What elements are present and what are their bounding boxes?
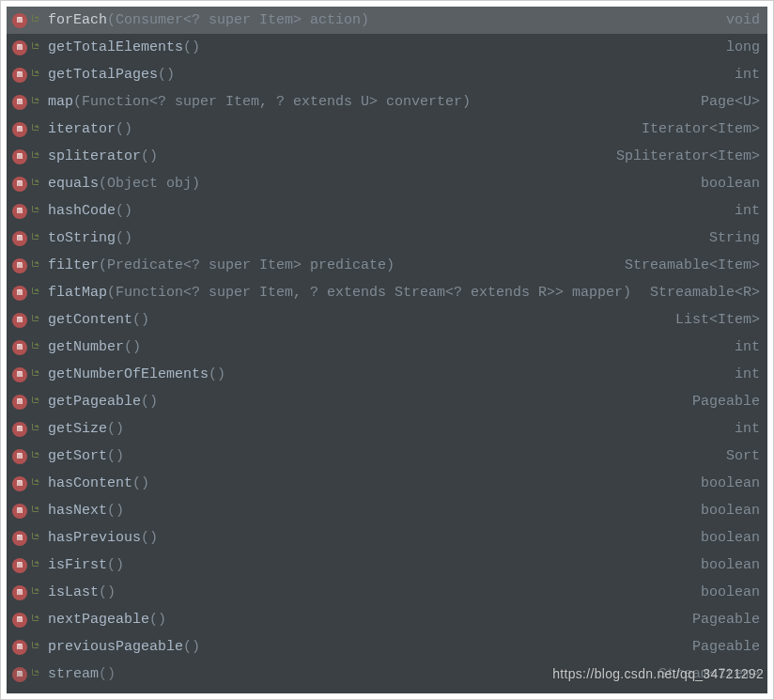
- method-name: getSize: [48, 415, 107, 443]
- method-params: (): [209, 361, 225, 388]
- return-type: Pageable: [692, 633, 760, 661]
- completion-list: mforEach(Consumer<? super Item> action)v…: [7, 7, 767, 688]
- completion-item[interactable]: mhasNext()boolean: [7, 497, 767, 524]
- inherited-icon: [29, 395, 42, 410]
- method-icon: m: [12, 585, 27, 600]
- return-type: boolean: [701, 579, 760, 606]
- method-params: (): [132, 470, 149, 497]
- method-icon: m: [12, 68, 27, 83]
- completion-item[interactable]: mgetContent()List<Item>: [7, 306, 767, 334]
- method-icon: m: [12, 177, 27, 192]
- method-icon: m: [12, 149, 27, 164]
- completion-item[interactable]: misFirst()boolean: [7, 552, 767, 579]
- return-type: Spliterator<Item>: [616, 143, 760, 170]
- method-name: isFirst: [48, 552, 107, 579]
- completion-item[interactable]: mgetSize()int: [7, 415, 767, 443]
- method-name: getSort: [48, 443, 107, 470]
- method-icon: m: [12, 395, 27, 410]
- return-type: int: [735, 61, 760, 88]
- inherited-icon: [29, 422, 42, 437]
- method-params: (Object obj): [99, 170, 200, 197]
- method-name: getNumberOfElements: [48, 361, 209, 388]
- inherited-icon: [29, 613, 42, 628]
- method-name: isLast: [48, 579, 99, 606]
- method-params: (): [149, 606, 166, 633]
- completion-item[interactable]: mforEach(Consumer<? super Item> action)v…: [7, 7, 767, 34]
- method-name: hasPrevious: [48, 524, 141, 552]
- completion-item[interactable]: mhasPrevious()boolean: [7, 524, 767, 552]
- inherited-icon: [29, 177, 42, 192]
- inherited-icon: [29, 204, 42, 219]
- return-type: void: [726, 7, 760, 34]
- completion-item[interactable]: misLast()boolean: [7, 579, 767, 606]
- completion-item[interactable]: mnextPageable()Pageable: [7, 606, 767, 633]
- method-name: stream: [48, 661, 99, 688]
- method-icon: m: [12, 204, 27, 219]
- method-icon: m: [12, 286, 27, 301]
- return-type: Sort: [726, 443, 760, 470]
- inherited-icon: [29, 504, 42, 519]
- method-icon: m: [12, 667, 27, 682]
- completion-item[interactable]: miterator()Iterator<Item>: [7, 116, 767, 143]
- return-type: boolean: [701, 470, 760, 497]
- return-type: boolean: [701, 170, 760, 197]
- completion-item[interactable]: mgetTotalElements()long: [7, 34, 767, 61]
- inherited-icon: [29, 313, 42, 328]
- completion-item[interactable]: mhashCode()int: [7, 197, 767, 225]
- completion-item[interactable]: mgetSort()Sort: [7, 443, 767, 470]
- method-name: getNumber: [48, 334, 124, 361]
- inherited-icon: [29, 95, 42, 110]
- completion-item[interactable]: mmap(Function<? super Item, ? extends U>…: [7, 88, 767, 116]
- method-name: nextPageable: [48, 606, 149, 633]
- inherited-icon: [29, 558, 42, 573]
- method-name: hashCode: [48, 197, 116, 225]
- completion-item[interactable]: mstream()Stream<Item>: [7, 661, 767, 688]
- inherited-icon: [29, 476, 42, 491]
- completion-item[interactable]: mfilter(Predicate<? super Item> predicat…: [7, 252, 767, 279]
- method-params: (): [107, 443, 124, 470]
- code-completion-popup[interactable]: { "watermark": "https://blog.csdn.net/qq…: [7, 7, 767, 693]
- method-params: (): [183, 34, 200, 61]
- inherited-icon: [29, 40, 42, 55]
- method-name: spliterator: [48, 143, 141, 170]
- completion-item[interactable]: mpreviousPageable()Pageable: [7, 633, 767, 661]
- inherited-icon: [29, 531, 42, 546]
- method-icon: m: [12, 531, 27, 546]
- method-icon: m: [12, 13, 27, 28]
- method-icon: m: [12, 340, 27, 355]
- method-params: (): [141, 524, 158, 552]
- method-params: (): [99, 579, 116, 606]
- completion-item[interactable]: mtoString()String: [7, 225, 767, 252]
- method-name: getContent: [48, 306, 132, 334]
- completion-item[interactable]: mgetNumber()int: [7, 334, 767, 361]
- method-icon: m: [12, 40, 27, 55]
- return-type: int: [735, 415, 760, 443]
- completion-item[interactable]: mgetPageable()Pageable: [7, 388, 767, 415]
- return-type: int: [735, 197, 760, 225]
- inherited-icon: [29, 640, 42, 655]
- method-icon: m: [12, 122, 27, 137]
- method-params: (): [158, 61, 175, 88]
- inherited-icon: [29, 149, 42, 164]
- return-type: String: [709, 225, 760, 252]
- method-icon: m: [12, 95, 27, 110]
- completion-item[interactable]: mequals(Object obj)boolean: [7, 170, 767, 197]
- method-name: hasNext: [48, 497, 107, 524]
- method-params: (Function<? super Item, ? extends U> con…: [73, 88, 471, 116]
- completion-item[interactable]: mgetNumberOfElements()int: [7, 361, 767, 388]
- method-name: forEach: [48, 7, 107, 34]
- method-params: (): [116, 116, 132, 143]
- completion-item[interactable]: mgetTotalPages()int: [7, 61, 767, 88]
- completion-item[interactable]: mflatMap(Function<? super Item, ? extend…: [7, 279, 767, 306]
- completion-item[interactable]: mspliterator()Spliterator<Item>: [7, 143, 767, 170]
- method-params: (Function<? super Item, ? extends Stream…: [107, 279, 631, 306]
- method-icon: m: [12, 231, 27, 246]
- completion-item[interactable]: mhasContent()boolean: [7, 470, 767, 497]
- inherited-icon: [29, 231, 42, 246]
- method-params: (): [107, 552, 124, 579]
- method-params: (Predicate<? super Item> predicate): [99, 252, 395, 279]
- method-name: map: [48, 88, 73, 116]
- inherited-icon: [29, 449, 42, 464]
- return-type: Pageable: [692, 606, 760, 633]
- return-type: long: [726, 34, 760, 61]
